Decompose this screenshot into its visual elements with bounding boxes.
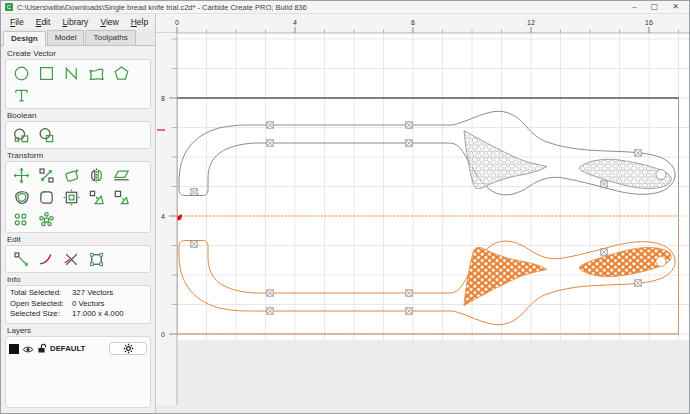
layer-row-default[interactable]: DEFAULT — [9, 340, 147, 358]
fillet-tool-button[interactable] — [34, 186, 59, 208]
fillet-icon — [37, 188, 56, 207]
circular-array-icon — [37, 210, 56, 229]
scale-icon — [37, 166, 56, 185]
scale-copy-2-icon — [112, 188, 131, 207]
menu-bar: File Edit Library View Help — [1, 14, 155, 29]
skew-tool-button[interactable] — [109, 164, 134, 186]
edit-title: Edit — [7, 235, 151, 244]
tab-design[interactable]: Design — [3, 31, 46, 46]
curve-tool-button[interactable] — [84, 62, 109, 84]
linear-array-icon — [12, 210, 31, 229]
linear-array-tool-button[interactable] — [9, 208, 34, 230]
close-button[interactable]: ✕ — [672, 2, 679, 12]
offset-icon — [62, 188, 81, 207]
info-open-selected: Open Selected: 0 Vectors — [10, 299, 146, 310]
gear-icon — [123, 343, 134, 354]
scale-copy-2-tool-button[interactable] — [109, 186, 134, 208]
info-selected-size: Selected Size: 17.000 x 4.000 — [10, 309, 146, 320]
distort-tool-button[interactable] — [9, 186, 34, 208]
maximize-button[interactable]: ▢ — [651, 2, 659, 12]
circle-icon — [12, 64, 31, 83]
canvas-area: 0481216840 — [156, 14, 689, 413]
move-icon — [12, 166, 31, 185]
boolean-subtract-tool-button[interactable] — [34, 124, 59, 146]
layer-lock-icon[interactable] — [37, 340, 47, 358]
svg-text:16: 16 — [645, 19, 653, 26]
horizontal-ruler: 0481216 — [156, 14, 690, 33]
menu-help[interactable]: Help — [126, 16, 153, 28]
create-vector-title: Create Vector — [7, 49, 151, 58]
tab-toolpaths[interactable]: Toolpaths — [85, 30, 135, 45]
rectangle-icon — [37, 64, 56, 83]
lanyard-hole — [656, 170, 666, 180]
menu-library[interactable]: Library — [57, 16, 93, 28]
polygon-icon — [112, 64, 131, 83]
menu-view[interactable]: View — [95, 16, 123, 28]
title-bar: C C:\Users\willa\Downloads\Single bread … — [1, 1, 689, 14]
boolean-title: Boolean — [7, 111, 151, 120]
text-icon — [12, 86, 31, 105]
design-canvas[interactable]: 0481216840 — [156, 14, 690, 414]
distort-icon — [12, 188, 31, 207]
layer-name: DEFAULT — [50, 344, 106, 353]
layer-visibility-eye-icon[interactable] — [22, 340, 34, 358]
rotate-icon — [62, 166, 81, 185]
move-tool-button[interactable] — [9, 164, 34, 186]
rotate-tool-button[interactable] — [59, 164, 84, 186]
offset-tool-button[interactable] — [59, 186, 84, 208]
edit-polyline-icon — [87, 250, 106, 269]
svg-text:4: 4 — [161, 213, 165, 220]
edit-polyline-tool-button[interactable] — [84, 248, 109, 270]
info-group: Info Total Selected: 327 Vectors Open Se… — [5, 275, 151, 324]
window-title: C:\Users\willa\Downloads\Single bread kn… — [17, 3, 632, 12]
scale-copy-icon — [87, 188, 106, 207]
circular-array-tool-button[interactable] — [34, 208, 59, 230]
polyline-icon — [62, 64, 81, 83]
layer-color-swatch[interactable] — [9, 344, 19, 354]
circle-tool-button[interactable] — [9, 62, 34, 84]
transform-group: Transform — [5, 151, 151, 233]
workspace-tabs: Design Model Toolpaths — [1, 29, 155, 46]
layers-group: Layers — [5, 326, 151, 408]
boolean-union-tool-button[interactable] — [9, 124, 34, 146]
vertical-ruler: 840 — [156, 33, 177, 405]
layer-settings-button[interactable] — [109, 342, 147, 355]
boolean-group: Boolean — [5, 111, 151, 149]
split-vector-tool-button[interactable] — [59, 248, 84, 270]
trim-vectors-tool-button[interactable] — [34, 248, 59, 270]
node-edit-tool-button[interactable] — [9, 248, 34, 270]
svg-text:4: 4 — [293, 19, 297, 26]
svg-text:8: 8 — [161, 95, 165, 102]
edit-group: Edit — [5, 235, 151, 273]
app-icon: C — [5, 3, 13, 11]
mirror-tool-button[interactable] — [84, 164, 109, 186]
mirror-icon — [87, 166, 106, 185]
skew-icon — [112, 166, 131, 185]
svg-text:0: 0 — [175, 19, 179, 26]
menu-edit[interactable]: Edit — [31, 16, 56, 28]
svg-text:12: 12 — [527, 19, 535, 26]
layers-title: Layers — [7, 326, 151, 335]
boolean-union-icon — [12, 126, 31, 145]
minimize-button[interactable]: – — [632, 2, 636, 12]
svg-text:8: 8 — [411, 19, 415, 26]
text-tool-button[interactable] — [9, 84, 34, 106]
carbide-create-window: C C:\Users\willa\Downloads\Single bread … — [0, 0, 690, 414]
polyline-tool-button[interactable] — [59, 62, 84, 84]
rectangle-tool-button[interactable] — [34, 62, 59, 84]
polygon-tool-button[interactable] — [109, 62, 134, 84]
tab-model[interactable]: Model — [47, 30, 85, 45]
tool-panel: Create Vector Boolean Transform Edit Inf… — [1, 46, 155, 413]
node-edit-icon — [12, 250, 31, 269]
scale-copy-tool-button[interactable] — [84, 186, 109, 208]
boolean-subtract-icon — [37, 126, 56, 145]
info-title: Info — [7, 275, 151, 284]
scale-tool-button[interactable] — [34, 164, 59, 186]
curve-icon — [87, 64, 106, 83]
transform-title: Transform — [7, 151, 151, 160]
info-total-selected: Total Selected: 327 Vectors — [10, 288, 146, 299]
menu-file[interactable]: File — [5, 16, 29, 28]
svg-text:0: 0 — [161, 331, 165, 338]
trim-vectors-icon — [37, 250, 56, 269]
lanyard-hole — [656, 257, 666, 267]
